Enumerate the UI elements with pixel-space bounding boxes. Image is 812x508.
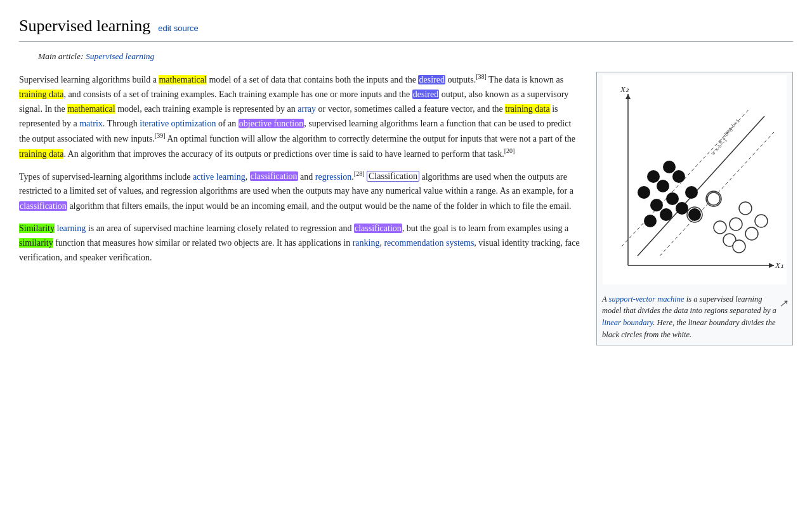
main-article-link[interactable]: Supervised learning — [86, 51, 154, 61]
highlight-classification-2: classification — [19, 201, 67, 211]
highlight-similarity-1: Similarity — [19, 224, 55, 233]
link-ranking[interactable]: ranking — [353, 238, 380, 248]
link-regression[interactable]: regression — [315, 171, 352, 181]
section-header: Supervised learning edit source — [19, 13, 793, 42]
figure-caption: ↗ A support-vector machine is a supervis… — [599, 290, 790, 342]
link-learning[interactable]: learning — [57, 224, 86, 233]
svg-point-13 — [663, 161, 676, 173]
sidebar: X₁ X₂ w·x-b=1 w·x-b=0 w·x-b=-1 — [596, 72, 793, 349]
page-container: Supervised learning edit source Main art… — [19, 13, 793, 349]
svg-point-12 — [647, 170, 660, 183]
svg-point-23 — [714, 221, 726, 234]
main-article-label: Main article: — [38, 51, 84, 61]
svg-marker-2 — [769, 263, 774, 268]
highlight-mathematical-2: mathematical — [67, 104, 115, 114]
svg-point-21 — [638, 186, 650, 199]
svg-marker-3 — [625, 94, 631, 99]
svg-point-20 — [676, 202, 688, 215]
svg-point-16 — [666, 192, 679, 205]
svg-point-26 — [745, 227, 758, 240]
svm-diagram: X₁ X₂ w·x-b=1 w·x-b=0 w·x-b=-1 — [603, 75, 787, 284]
highlight-objective-function: objective function — [239, 119, 304, 128]
svg-point-29 — [733, 240, 745, 253]
paragraph-2: Types of supervised-learning algorithms … — [19, 169, 584, 213]
edit-source-link[interactable]: edit source — [158, 22, 199, 36]
highlight-desired-1: desired — [418, 75, 445, 84]
expand-icon[interactable]: ↗ — [779, 296, 787, 311]
link-array[interactable]: array — [298, 104, 316, 114]
ref-38: [38] — [476, 73, 487, 80]
svg-point-28 — [739, 202, 752, 215]
text-content: Supervised learning algorithms build a m… — [19, 72, 584, 349]
highlight-classification-outlined: Classification — [367, 171, 419, 182]
highlight-similarity-2: similarity — [19, 238, 53, 248]
paragraph-1: Supervised learning algorithms build a m… — [19, 72, 584, 161]
svg-point-31 — [688, 208, 701, 221]
ref-39: [39] — [155, 132, 166, 139]
highlight-training-data-3: training data — [19, 149, 63, 159]
highlight-classification-1: classification — [250, 171, 298, 181]
main-article-line: Main article: Supervised learning — [19, 50, 793, 64]
svg-point-27 — [755, 215, 768, 227]
svg-point-24 — [730, 218, 742, 231]
svg-text:X₂: X₂ — [620, 84, 629, 94]
svg-point-14 — [657, 180, 669, 192]
svg-text:X₁: X₁ — [775, 260, 783, 270]
svg-point-18 — [644, 215, 657, 227]
highlight-training-data-1: training data — [19, 90, 63, 99]
highlight-mathematical-1: mathematical — [159, 75, 206, 84]
link-linear-boundary[interactable]: linear boundary — [602, 318, 653, 327]
section-title: Supervised learning — [19, 13, 150, 39]
figure-box: X₁ X₂ w·x-b=1 w·x-b=0 w·x-b=-1 — [596, 72, 793, 345]
highlight-classification-3: classification — [354, 224, 402, 233]
link-svm[interactable]: support-vector machine — [609, 295, 684, 304]
highlight-desired-2: desired — [412, 90, 439, 99]
paragraph-3: Similarity learning is an area of superv… — [19, 221, 584, 265]
content-area: Supervised learning algorithms build a m… — [19, 72, 793, 349]
link-active-learning[interactable]: active learning — [193, 171, 246, 181]
svg-point-33 — [707, 192, 720, 205]
highlight-training-data-2: training data — [505, 104, 549, 114]
link-iterative-optimization[interactable]: iterative optimization — [140, 119, 216, 128]
ref-20: [20] — [504, 147, 515, 154]
svg-point-15 — [672, 170, 685, 183]
svg-point-19 — [660, 208, 672, 221]
svg-point-22 — [685, 186, 698, 199]
link-recommendation-systems[interactable]: recommendation systems — [384, 238, 474, 248]
link-matrix[interactable]: matrix — [79, 119, 103, 128]
svg-point-17 — [650, 199, 663, 211]
ref-28: [28] — [354, 170, 365, 177]
